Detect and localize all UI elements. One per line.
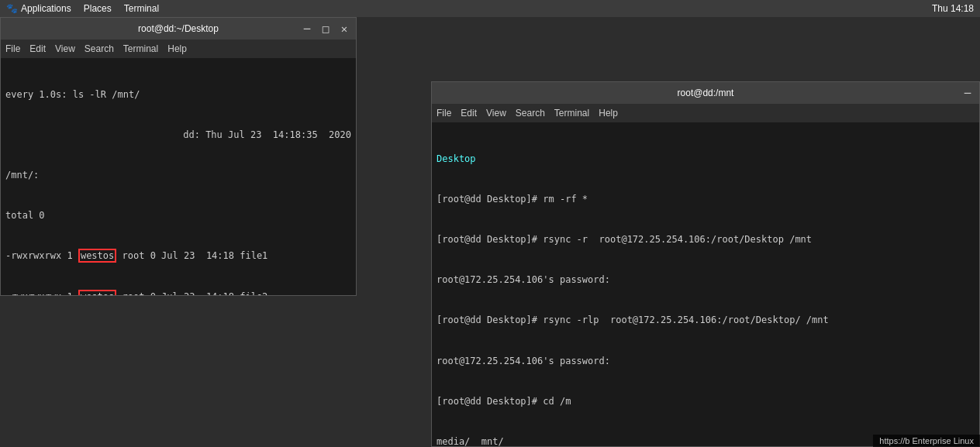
menu-search-2[interactable]: Search	[516, 108, 545, 119]
system-clock: Thu 14:18	[932, 3, 974, 14]
menu-view-1[interactable]: View	[55, 43, 75, 54]
menu-help-2[interactable]: Help	[599, 108, 618, 119]
watch-cmd-line: every 1.0s: ls -lR /mnt/	[5, 88, 351, 101]
header-date: dd: Thu Jul 23 14:18:35 2020	[183, 129, 351, 142]
line-rsync1: [root@dd Desktop]# rsync -r root@172.25.…	[437, 233, 975, 246]
menu-terminal-1[interactable]: Terminal	[123, 43, 158, 54]
line-cdm1: [root@dd Desktop]# cd /m	[437, 395, 975, 408]
title-1: root@dd:~/Desktop	[138, 23, 219, 34]
minimize-button-2[interactable]: ─	[961, 86, 975, 100]
menubar-1: File Edit View Search Terminal Help	[1, 40, 356, 58]
maximize-button-1[interactable]: □	[319, 22, 333, 36]
menubar-2: File Edit View Search Terminal Help	[432, 104, 979, 122]
bottom-bar-text: https://b Enterprise Linux	[879, 436, 974, 445]
menu-edit-1[interactable]: Edit	[29, 43, 46, 54]
terminal-menu-label: Terminal	[124, 3, 159, 14]
close-button-1[interactable]: ✕	[337, 22, 351, 36]
total-line: total 0	[5, 209, 351, 222]
line-pw1: root@172.25.254.106's password:	[437, 273, 975, 287]
menu-edit-2[interactable]: Edit	[461, 108, 477, 119]
system-bar-applications[interactable]: 🐾 Applications	[6, 3, 71, 14]
applications-label: Applications	[21, 3, 71, 14]
terminal-body-1: every 1.0s: ls -lR /mnt/ dd: Thu Jul 23 …	[1, 58, 356, 295]
westos-highlight-2: westos	[78, 290, 116, 295]
system-bar-terminal[interactable]: Terminal	[124, 3, 159, 14]
line-desktop: Desktop	[437, 153, 975, 166]
header-line: dd: Thu Jul 23 14:18:35 2020	[5, 129, 351, 142]
terminal-window-1: root@dd:~/Desktop ─ □ ✕ File Edit View S…	[0, 17, 357, 296]
menu-view-2[interactable]: View	[486, 108, 506, 119]
system-bar-places[interactable]: Places	[84, 3, 112, 14]
minimize-button-1[interactable]: ─	[300, 22, 314, 36]
window-controls-2: ─	[961, 86, 975, 100]
bottom-bar: https://b Enterprise Linux	[873, 435, 980, 447]
clock-time: Thu 14:18	[932, 3, 974, 14]
system-bar: 🐾 Applications Places Terminal Thu 14:18	[0, 0, 980, 17]
title-2: root@dd:/mnt	[678, 88, 734, 98]
westos-highlight-1: westos	[78, 249, 116, 263]
titlebar-1: root@dd:~/Desktop ─ □ ✕	[1, 18, 356, 40]
menu-help-1[interactable]: Help	[167, 43, 187, 54]
titlebar-2: root@dd:/mnt ─	[432, 82, 979, 104]
file2-line: -rwxrwxrwx 1 westos root 0 Jul 23 14:18 …	[5, 291, 351, 295]
line-rm1: [root@dd Desktop]# rm -rf *	[437, 193, 975, 206]
mnt-dir-line: /mnt/:	[5, 169, 351, 182]
places-label: Places	[84, 3, 112, 14]
terminal-body-2: Desktop [root@dd Desktop]# rm -rf * [roo…	[432, 122, 979, 446]
line-rsync2: [root@dd Desktop]# rsync -rlp root@172.2…	[437, 314, 975, 327]
applications-icon: 🐾	[6, 3, 18, 14]
line-pw2: root@172.25.254.106's password:	[437, 355, 975, 368]
window-controls-1: ─ □ ✕	[300, 22, 351, 36]
menu-search-1[interactable]: Search	[85, 43, 114, 54]
menu-file-1[interactable]: File	[5, 43, 20, 54]
file1-line: -rwxrwxrwx 1 westos root 0 Jul 23 14:18 …	[5, 249, 351, 263]
menu-terminal-2[interactable]: Terminal	[554, 108, 589, 119]
terminal-window-2: root@dd:/mnt ─ File Edit View Search Ter…	[431, 81, 980, 447]
menu-file-2[interactable]: File	[437, 108, 451, 119]
